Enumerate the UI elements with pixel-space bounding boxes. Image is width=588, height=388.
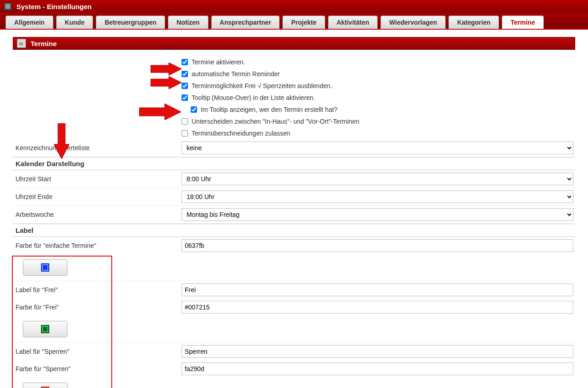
color-block-label: Farbe für "Sperren" <box>13 365 182 372</box>
time-start-label: Uhrzeit Start <box>13 175 182 183</box>
chk-reminder[interactable] <box>182 71 188 77</box>
color-simple-label: Farbe für "einfache Termine" <box>13 242 182 249</box>
tab-projekte[interactable]: Projekte <box>282 16 325 29</box>
time-end-select[interactable]: 18:00 Uhr <box>182 190 573 203</box>
tab-allgemein[interactable]: Allgemein <box>5 16 53 29</box>
chk-hide-free[interactable] <box>182 83 188 89</box>
tab-wiedervorlagen[interactable]: Wiedervorlagen <box>380 16 446 29</box>
tab-bar: Allgemein Kunde Betreuergruppen Notizen … <box>0 13 588 30</box>
chk-tooltip-creator-label: Im Tooltip anzeigen, wer den Termin erst… <box>201 106 338 113</box>
valuelist-label: Kennzeichnung Werteliste <box>13 144 182 152</box>
calendar-heading: Kalender Darstellung <box>13 157 575 170</box>
valuelist-select[interactable]: keine <box>182 142 573 154</box>
workweek-select[interactable]: Montag bis Freitag <box>182 208 573 221</box>
calendar-icon <box>17 39 26 48</box>
app-icon <box>4 2 12 10</box>
chk-tooltip[interactable] <box>182 94 188 101</box>
chk-hide-free-label: Terminmöglichkeit Frei -/ Sperrzeiten au… <box>192 82 332 89</box>
tab-kategorien[interactable]: Kategorien <box>448 16 499 29</box>
color-block-button[interactable] <box>23 383 68 388</box>
tab-termine[interactable]: Termine <box>502 16 543 29</box>
tab-betreuergruppen[interactable]: Betreuergruppen <box>96 16 165 29</box>
chk-tooltip-creator[interactable] <box>191 106 197 113</box>
content-area: Termine Termine aktivieren. automatische… <box>0 30 588 388</box>
chk-tooltip-label: Tooltip (Mouse-Over) in der Liste aktivi… <box>192 94 315 101</box>
color-block-input[interactable] <box>182 362 573 375</box>
label-heading: Label <box>13 224 575 237</box>
window-title: System - Einstellungen <box>16 3 92 10</box>
chk-reminder-label: automatische Termin Reminder <box>192 70 280 78</box>
label-block-input[interactable] <box>182 345 573 358</box>
tab-notizen[interactable]: Notizen <box>168 16 208 29</box>
chk-overlap[interactable] <box>182 130 188 136</box>
time-start-select[interactable]: 8:00 Uhr <box>182 173 573 185</box>
color-free-button[interactable] <box>23 321 68 337</box>
color-free-label: Farbe für "Frei" <box>13 304 182 311</box>
color-simple-input[interactable] <box>182 239 573 252</box>
color-swatch-green-icon <box>41 325 49 333</box>
chk-inout[interactable] <box>182 118 188 125</box>
workweek-label: Arbeitswoche <box>13 211 182 218</box>
time-end-label: Uhrzeit Ende <box>13 193 182 200</box>
color-swatch-blue-icon <box>41 263 49 272</box>
color-free-input[interactable] <box>182 301 573 314</box>
label-free-input[interactable] <box>182 283 573 296</box>
tab-ansprechpartner[interactable]: Ansprechpartner <box>211 16 280 29</box>
window-titlebar: System - Einstellungen <box>0 0 588 13</box>
label-free-label: Label für "Frei" <box>13 286 182 294</box>
chk-activate[interactable] <box>182 59 188 65</box>
chk-inout-label: Unterscheiden zwischen "In-Haus"- und "V… <box>192 118 359 125</box>
section-banner-label: Termine <box>31 40 57 47</box>
tab-aktivitaeten[interactable]: Aktivitäten <box>328 16 378 29</box>
chk-overlap-label: Terminüberschneidungen zulassen <box>192 130 290 137</box>
tab-kunde[interactable]: Kunde <box>56 16 94 29</box>
chk-activate-label: Termine aktivieren. <box>192 58 245 66</box>
color-simple-button[interactable] <box>23 259 68 276</box>
label-block-label: Label für "Sperren" <box>13 348 182 355</box>
section-banner-termine: Termine <box>13 37 575 50</box>
